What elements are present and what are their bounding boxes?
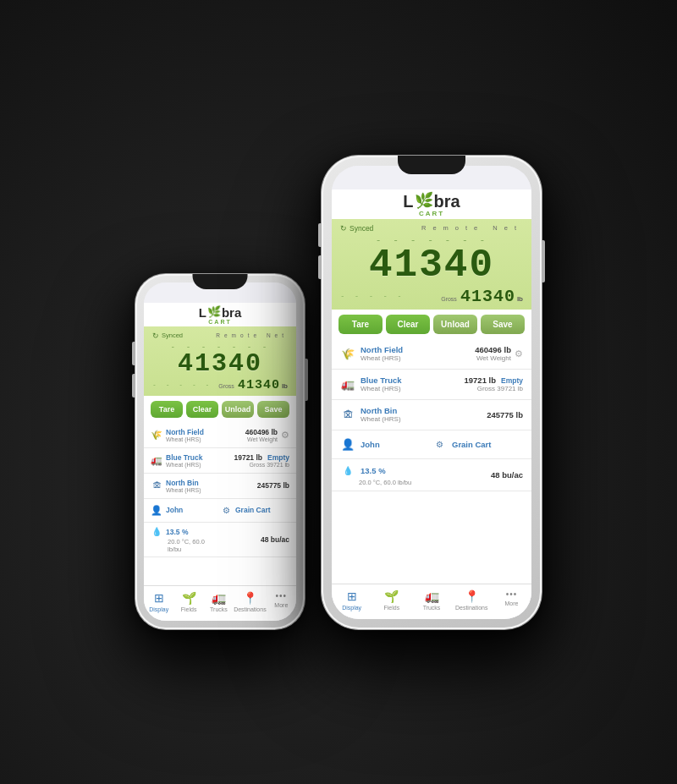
north-bin-row-small: 🏚 North Bin Wheat (HRS) 245775 lb	[144, 474, 296, 499]
blue-truck-sub-large: Wheat (HRS)	[361, 385, 465, 392]
display-nav-icon-small: ⊞	[154, 591, 164, 605]
north-field-title-large: North Field	[361, 345, 475, 354]
north-field-title-small: North Field	[166, 428, 245, 436]
app-header-small: L 🌿 bra CART	[144, 303, 296, 326]
north-bin-row-large: 🏚 North Bin Wheat (HRS) 245775 lb	[332, 400, 531, 430]
grain-cart-label-small: Grain Cart	[235, 506, 271, 514]
remote-net-label-small: Remote Net	[216, 332, 288, 338]
list-section-small: 🌾 North Field Wheat (HRS) 460496 lb Wet …	[144, 423, 296, 585]
north-field-sub-value-large: Wet Weight	[475, 354, 511, 362]
equipment-icon-small: ⚙	[220, 504, 232, 516]
nav-trucks-small[interactable]: 🚛 Trucks	[204, 591, 234, 612]
phone-large: L 🌿 bra CART ↻ Synced R	[322, 156, 542, 629]
side-btn-right-large	[542, 240, 545, 282]
more-nav-label-small: More	[274, 602, 288, 608]
action-buttons-small: Tare Clear Unload Save	[144, 396, 296, 423]
blue-truck-title-small: Blue Truck	[166, 453, 234, 462]
display-section-small: ↻ Synced Remote Net - - - - - - - 41340 …	[144, 326, 296, 396]
fields-nav-icon-small: 🌱	[182, 591, 196, 605]
gear-icon-small[interactable]: ⚙	[281, 430, 289, 441]
logo-leaf-icon: 🌿	[207, 306, 221, 318]
synced-label-large: ↻ Synced	[340, 224, 373, 233]
gross-label-large: Gross	[441, 296, 457, 302]
truck-icon-large: 🚛	[340, 376, 355, 392]
logo-bra: bra	[222, 306, 241, 319]
trucks-nav-icon-small: 🚛	[212, 591, 226, 605]
unload-button-small[interactable]: Unload	[222, 401, 254, 418]
tare-button-large[interactable]: Tare	[338, 315, 383, 334]
save-button-large[interactable]: Save	[481, 315, 525, 334]
gross-label-small: Gross	[218, 383, 234, 389]
side-btn-left2	[132, 374, 135, 397]
gear-icon-large[interactable]: ⚙	[515, 348, 523, 359]
john-grain-row-large: 👤 John ⚙ Grain Cart	[332, 430, 531, 459]
nav-display-large[interactable]: ⊞ Display	[332, 589, 372, 611]
moisture-row-small: 💧 13.5 % 20.0 °C, 60.0 lb/bu 48 bu/ac	[144, 523, 296, 557]
north-bin-value-large: 245775 lb	[487, 410, 523, 419]
lb-label-small: lb	[282, 382, 288, 390]
blue-truck-value-small: 19721 lb	[234, 453, 262, 462]
trucks-nav-label-large: Trucks	[423, 605, 441, 611]
empty-badge-small: Empty	[267, 453, 289, 462]
notch-small	[193, 274, 248, 289]
moisture-icon-large: 💧	[340, 463, 355, 479]
main-display-large: 41340	[340, 246, 523, 285]
fields-nav-label-small: Fields	[181, 606, 197, 612]
blue-truck-row-large: 🚛 Blue Truck Wheat (HRS) 19721 lb Empty	[332, 370, 531, 400]
moisture-icon-small: 💧	[151, 526, 162, 538]
fields-nav-label-large: Fields	[383, 605, 399, 611]
phone-small: L 🌿 bra CART ↻ Synced R	[135, 274, 305, 629]
fields-nav-icon-large: 🌱	[384, 589, 399, 603]
clear-button-small[interactable]: Clear	[186, 401, 218, 418]
trucks-nav-icon-large: 🚛	[425, 589, 439, 603]
blue-truck-value-large: 19721 lb	[465, 376, 497, 385]
buac-value-large: 48 bu/ac	[491, 470, 523, 480]
blue-truck-title-large: Blue Truck	[361, 376, 465, 385]
lb-label-large: lb	[517, 295, 523, 303]
tare-button-small[interactable]: Tare	[151, 401, 183, 418]
moisture-sub-large: 20.0 °C, 60.0 lb/bu	[340, 479, 411, 486]
logo-cart-text: CART	[208, 319, 231, 325]
side-btn-left2-large	[318, 255, 322, 279]
north-bin-value-small: 245775 lb	[257, 481, 289, 490]
gross-number-small: 41340	[238, 378, 280, 392]
save-button-small[interactable]: Save	[257, 401, 289, 418]
john-label-small: John	[166, 506, 183, 514]
nav-fields-large[interactable]: 🌱 Fields	[372, 589, 411, 611]
north-field-sub-small: Wheat (HRS)	[166, 436, 245, 442]
gross-number-large: 41340	[460, 287, 515, 306]
bin-icon-large: 🏚	[340, 407, 355, 422]
unload-button-large[interactable]: Unload	[433, 315, 477, 334]
bin-icon-small: 🏚	[151, 480, 162, 491]
nav-more-large[interactable]: ••• More	[492, 589, 531, 611]
side-btn-right	[305, 359, 308, 401]
notch-large	[398, 156, 465, 174]
north-bin-title-large: North Bin	[361, 406, 487, 415]
more-nav-icon-large: •••	[506, 589, 518, 599]
synced-label-small: ↻ Synced	[152, 332, 183, 340]
clear-button-large[interactable]: Clear	[386, 315, 430, 334]
nav-display-small[interactable]: ⊞ Display	[144, 591, 173, 612]
field-icon-large: 🌾	[340, 346, 355, 361]
blue-truck-row-small: 🚛 Blue Truck Wheat (HRS) 19721 lb Empty	[144, 448, 296, 474]
john-label-large: John	[361, 440, 380, 449]
more-nav-label-large: More	[504, 600, 518, 606]
north-field-row-small: 🌾 North Field Wheat (HRS) 460496 lb Wet …	[144, 423, 296, 448]
bottom-nav-large: ⊞ Display 🌱 Fields 🚛 Trucks 📍	[332, 584, 531, 619]
trucks-nav-label-small: Trucks	[210, 606, 228, 612]
truck-icon-small: 🚛	[151, 454, 162, 466]
remote-net-label-large: Remote Net	[421, 224, 523, 232]
moisture-sub-small: 20.0 °C, 60.0 lb/bu	[151, 538, 220, 553]
logo-l: L	[199, 306, 206, 319]
nav-trucks-large[interactable]: 🚛 Trucks	[411, 589, 451, 611]
nav-fields-small[interactable]: 🌱 Fields	[173, 591, 203, 612]
john-grain-row-small: 👤 John ⚙ Grain Cart	[144, 499, 296, 523]
display-nav-label-small: Display	[149, 606, 168, 612]
blue-truck-gross-small: Gross 39721 lb	[234, 462, 289, 468]
nav-more-small[interactable]: ••• More	[267, 591, 296, 612]
side-btn-left	[132, 342, 135, 365]
nav-destinations-small[interactable]: 📍 Destinations	[234, 591, 267, 612]
display-nav-icon-large: ⊞	[347, 589, 357, 603]
field-icon-small: 🌾	[151, 429, 162, 441]
nav-destinations-large[interactable]: 📍 Destinations	[452, 589, 492, 611]
